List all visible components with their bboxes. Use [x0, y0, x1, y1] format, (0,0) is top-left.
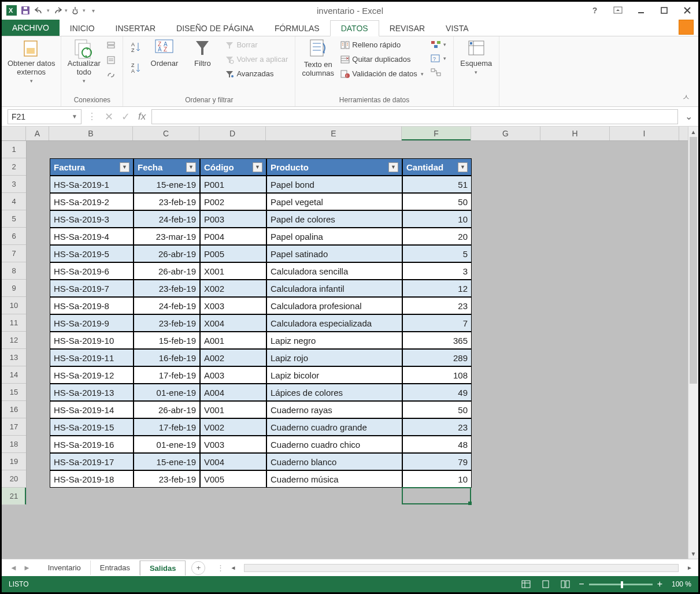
what-if-button[interactable]: ?▾ [429, 53, 447, 64]
cell[interactable]: V004 [200, 453, 266, 470]
filter-dropdown-icon[interactable]: ▼ [458, 162, 468, 172]
row-header-16[interactable]: 16 [2, 401, 26, 418]
cell[interactable]: HS-Sa-2019-17 [50, 453, 134, 470]
tab-revisar[interactable]: REVISAR [379, 21, 435, 36]
scroll-right-icon[interactable]: ► [687, 565, 692, 571]
row-header-12[interactable]: 12 [2, 332, 26, 349]
row-header-5[interactable]: 5 [2, 210, 26, 228]
cell[interactable]: HS-Sa-2019-8 [50, 297, 134, 314]
cell[interactable]: Calculadora sencilla [266, 262, 402, 280]
cell[interactable]: 23-feb-19 [134, 280, 200, 297]
cell[interactable]: HS-Sa-2019-15 [50, 418, 134, 436]
tab-datos[interactable]: DATOS [330, 20, 379, 36]
help-icon[interactable]: ? [587, 4, 602, 17]
cell[interactable]: Papel vegetal [266, 193, 402, 210]
row-header-15[interactable]: 15 [2, 384, 26, 401]
cell[interactable]: Cuaderno rayas [266, 401, 402, 418]
cell[interactable]: HS-Sa-2019-13 [50, 384, 134, 401]
cell[interactable]: V003 [200, 436, 266, 453]
tab-archivo[interactable]: ARCHIVO [2, 20, 60, 36]
touch-mode-icon[interactable] [69, 4, 82, 17]
cell[interactable]: 23 [402, 418, 472, 436]
cell[interactable]: A003 [200, 366, 266, 384]
cell[interactable]: 16-feb-19 [134, 349, 200, 366]
column-header-H[interactable]: H [540, 127, 610, 140]
row-header-13[interactable]: 13 [2, 349, 26, 366]
cell[interactable]: HS-Sa-2019-5 [50, 245, 134, 262]
row-header-14[interactable]: 14 [2, 366, 26, 384]
sheet-tab-inventario[interactable]: Inventario [39, 560, 91, 575]
cell[interactable]: HS-Sa-2019-18 [50, 470, 134, 488]
column-header-C[interactable]: C [133, 127, 199, 140]
row-header-4[interactable]: 4 [2, 193, 26, 210]
cell[interactable]: 26-abr-19 [134, 262, 200, 280]
cell[interactable]: 23 [402, 297, 472, 314]
cell[interactable]: HS-Sa-2019-2 [50, 193, 134, 210]
row-header-10[interactable]: 10 [2, 297, 26, 314]
data-validation-button[interactable]: !Validación de datos▾ [339, 68, 425, 80]
cell[interactable]: 49 [402, 384, 472, 401]
cell[interactable]: 01-ene-19 [134, 384, 200, 401]
cell[interactable]: Cuaderno cuadro chico [266, 436, 402, 453]
cell[interactable]: X004 [200, 314, 266, 332]
sheet-nav-next-icon[interactable]: ► [23, 563, 31, 572]
account-indicator[interactable] [679, 20, 694, 35]
column-header-B[interactable]: B [49, 127, 133, 140]
cell[interactable]: 5 [402, 245, 472, 262]
column-header-F[interactable]: F [402, 127, 471, 140]
relationships-button[interactable] [429, 66, 447, 78]
cell[interactable]: 79 [402, 453, 472, 470]
row-header-17[interactable]: 17 [2, 418, 26, 436]
page-layout-view-icon[interactable] [539, 579, 552, 589]
filter-dropdown-icon[interactable]: ▼ [388, 162, 398, 172]
cell[interactable]: Lapiz bicolor [266, 366, 402, 384]
formula-input[interactable] [151, 109, 678, 124]
cell[interactable]: Lápices de colores [266, 384, 402, 401]
name-box-dropdown-icon[interactable]: ▼ [72, 113, 77, 120]
filter-dropdown-icon[interactable]: ▼ [186, 162, 196, 172]
cell[interactable]: HS-Sa-2019-9 [50, 314, 134, 332]
cell[interactable]: Lapiz negro [266, 332, 402, 349]
cell[interactable]: 17-feb-19 [134, 366, 200, 384]
sheet-tab-entradas[interactable]: Entradas [91, 560, 140, 575]
cell[interactable]: A001 [200, 332, 266, 349]
cell[interactable]: 26-abr-19 [134, 401, 200, 418]
cell[interactable]: HS-Sa-2019-6 [50, 262, 134, 280]
get-external-data-button[interactable]: Obtener datos externos ▾ [8, 39, 55, 84]
row-header-11[interactable]: 11 [2, 314, 26, 332]
sort-asc-button[interactable]: AZ [129, 39, 143, 55]
maximize-icon[interactable] [657, 4, 672, 17]
row-header-6[interactable]: 6 [2, 228, 26, 245]
cell[interactable]: 7 [402, 314, 472, 332]
cell[interactable]: 289 [402, 349, 472, 366]
minimize-icon[interactable] [634, 4, 649, 17]
cell[interactable]: 24-feb-19 [134, 297, 200, 314]
collapse-ribbon-icon[interactable]: ㅅ [682, 92, 690, 103]
outline-button[interactable]: Esquema ▾ [460, 39, 493, 75]
cell[interactable]: Cuaderno cuadro grande [266, 418, 402, 436]
expand-formula-bar-icon[interactable]: ⌄ [685, 111, 692, 122]
cell[interactable]: HS-Sa-2019-3 [50, 210, 134, 228]
cell[interactable]: 50 [402, 401, 472, 418]
redo-icon[interactable] [51, 4, 64, 17]
flash-fill-button[interactable]: Relleno rápido [339, 39, 425, 51]
row-header-19[interactable]: 19 [2, 453, 26, 470]
cell[interactable]: P005 [200, 245, 266, 262]
filter-dropdown-icon[interactable]: ▼ [120, 162, 129, 172]
table-header-fecha[interactable]: Fecha▼ [134, 158, 200, 176]
worksheet-grid[interactable]: ABCDEFGHI1234567891011121314151617181920… [2, 127, 688, 559]
connections-button[interactable] [105, 39, 117, 51]
scroll-down-icon[interactable]: ▼ [688, 548, 698, 559]
row-header-18[interactable]: 18 [2, 436, 26, 453]
consolidate-button[interactable]: ▾ [429, 39, 447, 50]
vertical-scrollbar[interactable]: ▲ ▼ [688, 127, 698, 559]
page-break-view-icon[interactable] [559, 579, 572, 589]
scroll-up-icon[interactable]: ▲ [688, 127, 698, 137]
row-header-8[interactable]: 8 [2, 262, 26, 280]
filter-button[interactable]: Filtro [186, 39, 219, 68]
row-header-1[interactable]: 1 [2, 141, 26, 158]
column-header-G[interactable]: G [471, 127, 540, 140]
advanced-filter-button[interactable]: Avanzadas [224, 68, 289, 80]
cell[interactable]: X001 [200, 262, 266, 280]
new-sheet-button[interactable]: + [191, 561, 205, 575]
